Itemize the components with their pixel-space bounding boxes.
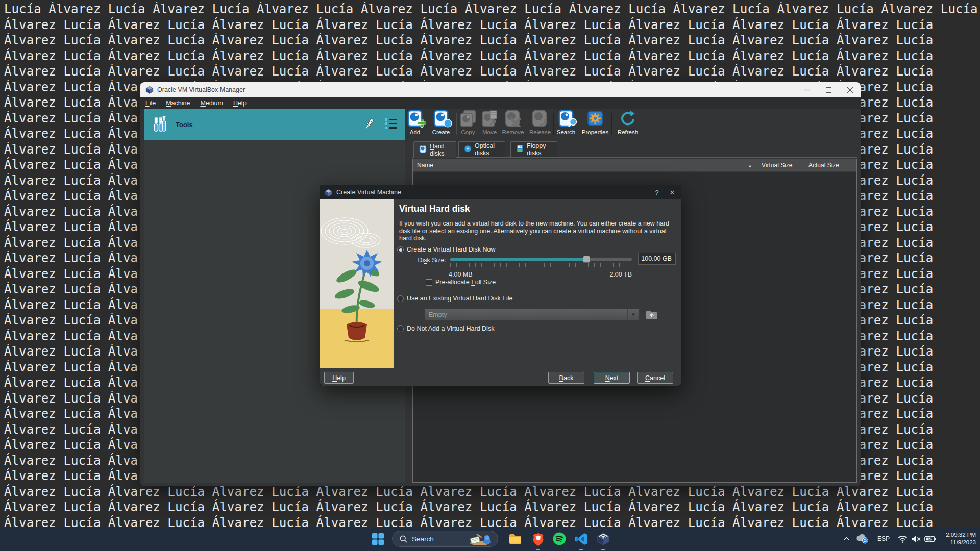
slider-max-label: 2.00 TB — [606, 271, 632, 278]
close-button[interactable] — [839, 82, 861, 97]
tools-label: Tools — [176, 121, 193, 129]
existing-disk-dropdown[interactable]: Empty ▼ — [424, 309, 640, 321]
search-label: Search — [412, 535, 434, 543]
radio-create-new-disk-label: Create a Virtual Hard Disk Now — [407, 246, 495, 253]
radio-use-existing-disk[interactable] — [397, 295, 404, 302]
remove-medium-icon — [504, 110, 522, 128]
create-medium-icon — [432, 110, 450, 128]
preallocate-checkbox[interactable] — [426, 279, 432, 286]
radio-no-disk-label: Do Not Add a Virtual Hard Disk — [407, 325, 494, 332]
taskbar-clock[interactable]: 2:09:32 PM 11/9/2023 — [937, 531, 976, 546]
menu-machine[interactable]: Machine — [161, 98, 195, 108]
virtualbox-icon — [597, 532, 610, 545]
start-button[interactable] — [368, 529, 388, 549]
volume-muted-icon[interactable] — [910, 534, 923, 544]
help-button[interactable]: Help — [324, 372, 354, 384]
column-header-actual-size[interactable]: Actual Size — [804, 159, 856, 171]
pin-icon[interactable] — [363, 117, 376, 132]
running-indicator — [579, 549, 583, 550]
dialog-close-button[interactable]: ✕ — [665, 185, 680, 199]
toolbar-search-button[interactable]: Search — [551, 110, 581, 135]
file-explorer-icon — [508, 532, 522, 546]
tray-chevron-up-icon[interactable] — [840, 534, 852, 544]
dialog-content: Virtual Hard disk If you wish you can ad… — [394, 199, 681, 367]
next-button[interactable]: Next — [594, 372, 630, 384]
radio-use-existing-disk-label: Use an Existing Virtual Hard Disk File — [407, 295, 513, 302]
minimize-button[interactable] — [796, 82, 818, 97]
dialog-title: Create Virtual Machine — [336, 189, 401, 196]
wifi-icon[interactable] — [896, 534, 909, 544]
toolbar-refresh-button[interactable]: Refresh — [612, 110, 643, 135]
toolbar-create-button[interactable]: Create — [426, 110, 456, 135]
disk-size-slider[interactable] — [450, 258, 632, 261]
refresh-icon — [619, 110, 637, 128]
clock-time: 2:09:32 PM — [937, 531, 976, 539]
vscode-icon — [575, 533, 587, 545]
tray-onedrive-icon[interactable] — [855, 534, 870, 544]
page-title: Virtual Hard disk — [399, 204, 470, 214]
virtualbox-logo-icon — [325, 189, 332, 196]
search-medium-icon — [557, 110, 575, 128]
tab-floppy-disks[interactable]: Floppy disks — [510, 141, 557, 157]
menu-medium[interactable]: Medium — [195, 98, 228, 108]
search-highlight-graphic — [469, 532, 495, 546]
virtualbox-taskbar-button[interactable] — [593, 529, 614, 549]
taskbar: Search ESP — [0, 527, 980, 551]
wizard-description: If you wish you can add a virtual hard d… — [399, 220, 669, 242]
choose-disk-file-button[interactable] — [645, 308, 658, 321]
radio-no-disk[interactable] — [397, 325, 404, 332]
add-medium-icon — [406, 110, 424, 128]
media-table-header: Name ▲ Virtual Size Actual Size — [413, 159, 856, 172]
slider-fill — [450, 258, 586, 261]
release-medium-icon — [531, 110, 549, 128]
tools-icon — [152, 116, 169, 133]
column-header-name[interactable]: Name ▲ — [413, 159, 757, 171]
clock-date: 11/9/2023 — [937, 539, 976, 546]
menu-file[interactable]: File — [140, 98, 161, 108]
window-title: Oracle VM VirtualBox Manager — [157, 86, 245, 93]
menu-bar: File Machine Medium Help — [140, 97, 861, 109]
media-tabs: Hard disks Optical disks Floppy disks — [412, 140, 857, 158]
back-button[interactable]: Back — [548, 372, 584, 384]
dialog-help-button[interactable]: ? — [649, 185, 665, 199]
wizard-illustration — [320, 199, 394, 368]
windows-logo-icon — [372, 533, 384, 545]
brave-icon — [532, 532, 545, 546]
radio-create-new-disk[interactable] — [397, 246, 404, 253]
maximize-button[interactable] — [818, 82, 839, 97]
chevron-down-icon: ▼ — [627, 309, 639, 320]
create-vm-dialog: Create Virtual Machine ? ✕ — [320, 185, 681, 386]
battery-icon[interactable] — [923, 534, 937, 544]
search-box[interactable]: Search — [392, 531, 498, 547]
properties-icon — [586, 110, 604, 128]
window-titlebar: Oracle VM VirtualBox Manager — [140, 82, 861, 97]
menu-help[interactable]: Help — [228, 98, 252, 108]
column-header-virtual-size[interactable]: Virtual Size — [757, 159, 804, 171]
vscode-button[interactable] — [571, 529, 591, 549]
cancel-button[interactable]: Cancel — [637, 372, 673, 384]
slider-handle[interactable] — [583, 256, 590, 263]
toolbar-remove-button[interactable]: Remove — [498, 110, 528, 135]
slider-ticks — [450, 263, 632, 267]
disk-size-label: Disk Size: — [404, 257, 446, 264]
sort-ascending-icon: ▲ — [748, 164, 753, 167]
disk-size-value[interactable]: 100.00 GB — [638, 253, 676, 265]
file-explorer-button[interactable] — [505, 529, 525, 549]
brave-browser-button[interactable] — [528, 529, 548, 549]
tab-hard-disks[interactable]: Hard disks — [413, 141, 456, 158]
move-medium-icon — [480, 110, 499, 128]
dialog-footer: Help Back Next Cancel — [320, 367, 681, 386]
dropdown-value: Empty — [429, 311, 447, 318]
virtualbox-logo-icon — [145, 86, 154, 94]
preallocate-label: Pre-allocate Full Size — [435, 279, 496, 286]
tools-menu-icon[interactable] — [384, 117, 398, 132]
tab-optical-disks[interactable]: Optical disks — [458, 141, 505, 157]
tray-language-indicator[interactable]: ESP — [875, 534, 892, 544]
spotify-icon — [553, 532, 566, 545]
spotify-button[interactable] — [549, 529, 570, 549]
dialog-titlebar: Create Virtual Machine ? ✕ — [320, 185, 681, 199]
toolbar-properties-button[interactable]: Properties — [580, 110, 610, 135]
running-indicator — [601, 549, 605, 550]
hard-disk-icon — [419, 145, 427, 155]
desktop: Lucía Álvarez Lucía Álvarez Lucía Álvare… — [0, 0, 980, 551]
